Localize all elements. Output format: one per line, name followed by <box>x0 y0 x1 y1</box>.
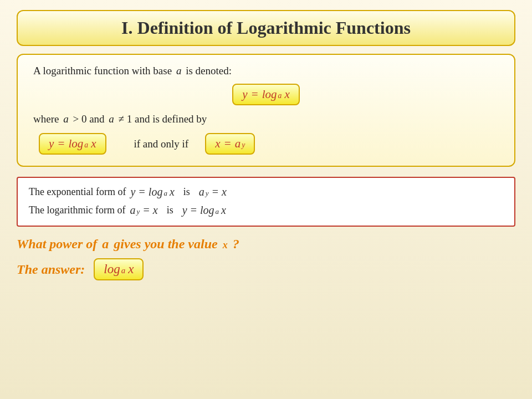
conv-formula-exp: a y = x <box>199 186 227 198</box>
cond1: > 0 and <box>73 113 104 125</box>
log-is: is <box>167 204 173 216</box>
definition-box: A logarithmic function with base a is de… <box>17 54 515 167</box>
formula-y-log-ax-2: y = log a x <box>39 133 106 155</box>
def-a2: a <box>63 113 69 125</box>
question-mark: ? <box>233 237 239 252</box>
formula-x-ay: x = a y <box>205 133 255 155</box>
answer-formula: log a x <box>94 258 144 280</box>
conversion-box: The exponential form of y = log a x is a… <box>17 177 515 227</box>
question-a: a <box>102 237 109 252</box>
def-a1: a <box>176 65 182 76</box>
formula-y-log-ax-1: y = log a x <box>232 84 300 105</box>
def-line1-text: A logarithmic function with base <box>33 65 172 76</box>
def-line2: where a > 0 and a ≠ 1 and is defined by <box>33 113 499 125</box>
conv-formula-log2: y = log a x <box>182 204 226 217</box>
question-section: What power of a gives you the value x ? … <box>17 237 515 280</box>
question-x: x <box>223 239 228 251</box>
where-text: where <box>33 113 59 125</box>
def-line1: A logarithmic function with base a is de… <box>33 65 499 77</box>
title-box: I. Definition of Logarithmic Functions <box>17 10 515 46</box>
log-label: The logarithmic form of <box>29 204 125 216</box>
answer-row: The answer: log a x <box>17 258 515 280</box>
log-form-row: The logarithmic form of a y = x is y = l… <box>29 204 503 217</box>
def-line1-rest: is denoted: <box>186 65 232 76</box>
conv-formula-exp2: a y = x <box>130 204 157 217</box>
question-what-power: What power of <box>17 237 97 252</box>
cond2: ≠ 1 and is defined by <box>119 113 207 125</box>
page-title: I. Definition of Logarithmic Functions <box>121 18 411 38</box>
iff-text: if and only if <box>134 138 189 150</box>
exp-form-row: The exponential form of y = log a x is a… <box>29 186 503 198</box>
exp-is: is <box>183 186 190 198</box>
answer-label: The answer: <box>17 262 85 277</box>
formula-center-1: y = log a x <box>33 84 499 105</box>
def-a3: a <box>109 113 114 125</box>
question-text: What power of a gives you the value x ? <box>17 237 515 252</box>
iff-row: y = log a x if and only if x = a y <box>33 133 499 155</box>
question-gives: gives you the value <box>114 237 217 252</box>
conv-formula-log: y = log a x <box>130 186 174 198</box>
exp-label: The exponential form of <box>29 186 126 198</box>
